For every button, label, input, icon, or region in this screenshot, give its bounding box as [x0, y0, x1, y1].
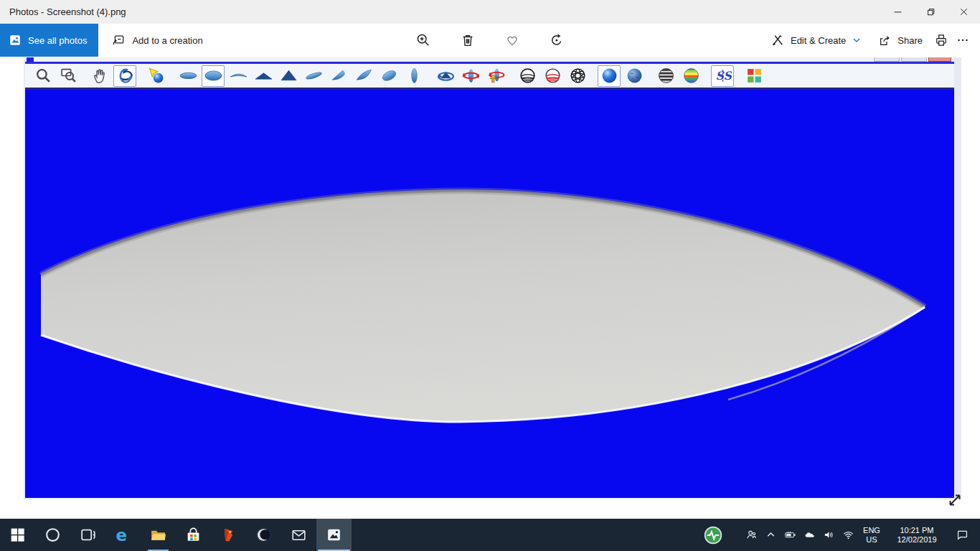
share-label: Share: [897, 35, 923, 46]
close-icon[interactable]: [947, 0, 980, 24]
lens-3d-object: [25, 90, 954, 498]
lens-meniscus-icon[interactable]: [227, 65, 250, 87]
minimize-icon[interactable]: [881, 0, 914, 24]
photos-icon[interactable]: [316, 519, 352, 551]
sphere-striped-icon[interactable]: [654, 65, 677, 87]
svg-text:e: e: [116, 526, 128, 544]
red-app-icon[interactable]: [211, 519, 246, 551]
lens-flat-ellipse-icon[interactable]: [176, 65, 199, 87]
add-to-creation-button[interactable]: Add to a creation: [111, 33, 202, 47]
hidden-icons-icon[interactable]: [761, 519, 781, 551]
sphere-wireframe-icon[interactable]: [566, 65, 589, 87]
restore-icon[interactable]: [914, 0, 947, 24]
share-button[interactable]: Share: [873, 33, 927, 47]
pan-hand-icon[interactable]: [88, 65, 111, 87]
language-line1: ENG: [858, 526, 885, 535]
wifi-icon[interactable]: [839, 519, 858, 551]
see-all-photos-button[interactable]: See all photos: [0, 24, 98, 57]
sphere-rings-red-icon[interactable]: [541, 65, 564, 87]
taskbar: e ENG US 10:21 PM 12/02/2019: [0, 519, 980, 551]
displayed-screenshot[interactable]: SS: [24, 57, 961, 499]
share-icon: [877, 33, 892, 47]
print-icon[interactable]: [934, 33, 948, 47]
photos-logo-icon: [9, 34, 22, 47]
prism-high-icon[interactable]: [277, 65, 300, 87]
color-squares-icon[interactable]: [743, 65, 765, 87]
clock-time: 10:21 PM: [888, 526, 946, 535]
start-icon[interactable]: [0, 519, 35, 551]
svg-text:S: S: [723, 69, 731, 83]
dark-browser-icon[interactable]: [246, 519, 281, 551]
photos-toolbar-right: Edit & Create Share: [766, 33, 980, 47]
task-view-icon[interactable]: [70, 519, 105, 551]
sphere-rings-icon[interactable]: [516, 65, 539, 87]
system-tray: ENG US 10:21 PM 12/02/2019: [702, 519, 980, 551]
captured-app-icon-fragment: [27, 57, 34, 62]
store-icon[interactable]: [176, 519, 211, 551]
lens-plano-tilted-icon[interactable]: [327, 65, 350, 87]
lens-blade-icon[interactable]: [302, 65, 325, 87]
rotate-3d-icon[interactable]: [113, 65, 136, 87]
zoom-window-icon[interactable]: [57, 65, 80, 87]
window-controls: [881, 0, 980, 24]
add-to-creation-label: Add to a creation: [132, 35, 202, 46]
clock[interactable]: 10:21 PM 12/02/2019: [888, 526, 946, 545]
lens-ellipse-icon[interactable]: [202, 65, 225, 87]
zoom-to-fill-button[interactable]: [944, 489, 966, 511]
rotate-icon[interactable]: [548, 32, 565, 49]
modeler-canvas: [25, 88, 954, 498]
language-indicator[interactable]: ENG US: [858, 526, 885, 545]
wedge-icon[interactable]: [352, 65, 375, 87]
favorite-icon[interactable]: [504, 32, 521, 49]
taskbar-apps: e: [0, 519, 352, 551]
sphere-blue-icon[interactable]: [598, 65, 621, 87]
prism-low-icon[interactable]: [252, 65, 275, 87]
sphere-textured-icon[interactable]: [623, 65, 646, 87]
lens-leaf-icon[interactable]: [377, 65, 400, 87]
edit-create-icon: [771, 33, 785, 47]
add-creation-icon: [111, 33, 126, 47]
edit-create-label: Edit & Create: [791, 35, 846, 46]
see-all-photos-label: See all photos: [28, 35, 87, 46]
photos-toolbar: See all photos Add to a creation Edit & …: [0, 24, 980, 57]
pointer-sphere-icon[interactable]: [145, 65, 168, 87]
volume-icon[interactable]: [819, 519, 839, 551]
window-title: Photos - Screenshot (4).png: [0, 6, 126, 17]
cortana-icon[interactable]: [35, 519, 70, 551]
titlebar: Photos - Screenshot (4).png: [0, 0, 980, 24]
mail-icon[interactable]: [281, 519, 316, 551]
modeler-toolbar: SS: [25, 64, 954, 88]
battery-icon[interactable]: [781, 519, 800, 551]
file-explorer-icon[interactable]: [141, 519, 176, 551]
sphere-rainbow-icon[interactable]: [679, 65, 702, 87]
edit-create-button[interactable]: Edit & Create: [766, 33, 866, 47]
language-line2: US: [858, 535, 885, 545]
pulse-app-icon[interactable]: [702, 519, 725, 551]
chevron-down-icon: [852, 35, 862, 45]
captured-close-button-fragment: [928, 57, 951, 62]
more-button-host: [956, 33, 970, 47]
captured-window-button-fragment: [874, 57, 900, 62]
people-icon[interactable]: [742, 519, 761, 551]
onedrive-icon[interactable]: [800, 519, 819, 551]
clock-date: 12/02/2019: [888, 535, 946, 545]
photo-viewer-area: SS: [0, 57, 980, 519]
action-center-icon[interactable]: [948, 519, 976, 551]
print-button-host: [934, 33, 948, 47]
lens-vertical-icon[interactable]: [402, 65, 425, 87]
zoom-icon[interactable]: [32, 65, 55, 87]
more-icon[interactable]: [956, 33, 970, 47]
rotate-lens-y-icon[interactable]: [484, 65, 507, 87]
revolve-icon[interactable]: [434, 65, 457, 87]
edge-icon[interactable]: e: [105, 519, 141, 551]
zoom-in-icon[interactable]: [415, 32, 432, 49]
captured-window-button-fragment: [901, 57, 927, 62]
rotate-lens-x-icon[interactable]: [459, 65, 482, 87]
delete-icon[interactable]: [459, 32, 476, 49]
sis-icon[interactable]: SS: [711, 65, 734, 87]
photo-actions: [415, 24, 565, 57]
captured-window-titlebar-fragment: [25, 57, 954, 62]
